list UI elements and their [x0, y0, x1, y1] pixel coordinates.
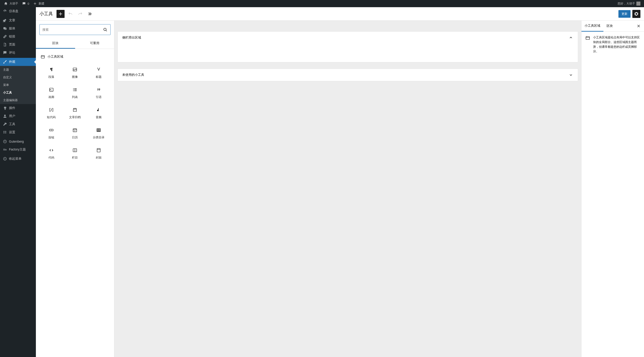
inserter-toggle-button[interactable] [56, 10, 64, 18]
sidebar-item-users[interactable]: 用户 [0, 112, 36, 120]
sidebar-item-gutenberg[interactable]: Gutenberg [0, 138, 36, 146]
sidebar-item-appearance[interactable]: 外观 [0, 58, 36, 66]
sidebar-item-links[interactable]: 链接 [0, 32, 36, 40]
sidebar-item-posts[interactable]: 文章 [0, 16, 36, 24]
link-icon [3, 34, 7, 39]
inserter-tabs: 区块 可重用 [36, 38, 114, 49]
block-item-audio[interactable]: 音频 [87, 103, 110, 123]
submenu-themes[interactable]: 主题 [0, 66, 36, 74]
code-icon [49, 148, 54, 153]
editor-header: 小工具 更新 [36, 7, 644, 21]
block-item-quote[interactable]: 引语 [87, 83, 110, 103]
list-view-button[interactable] [86, 10, 94, 18]
svg-point-5 [3, 140, 6, 143]
block-item-heading[interactable]: 标题 [87, 63, 110, 83]
svg-point-0 [4, 114, 6, 116]
new-link[interactable]: 新建 [31, 0, 46, 7]
sidebar-item-label: 仪表盘 [9, 9, 18, 13]
block-item-gallery[interactable]: 画廊 [40, 83, 63, 103]
widget-area-header-unused[interactable]: 未使用的小工具 [118, 69, 578, 81]
widget-area-panel: 侧栏滑出区域 [118, 32, 578, 62]
sidebar-item-label: 插件 [9, 106, 15, 110]
sidebar-item-label: 文章 [9, 18, 15, 22]
block-item-label: 图像 [72, 75, 78, 79]
tab-reusable[interactable]: 可重用 [75, 38, 114, 49]
redo-icon [78, 11, 83, 16]
settings-toggle-button[interactable] [632, 10, 640, 18]
undo-button[interactable] [66, 10, 74, 18]
block-item-button[interactable]: 按钮 [40, 123, 63, 144]
sidebar-item-plugins[interactable]: 插件 [0, 104, 36, 112]
sidebar-item-pages[interactable]: 页面 [0, 40, 36, 49]
block-item-label: 日历 [72, 136, 78, 140]
plugin-icon [3, 106, 7, 110]
sidebar-item-settings[interactable]: 设置 [0, 128, 36, 136]
dashboard-icon [3, 9, 7, 14]
widget-area-body[interactable] [118, 44, 578, 62]
gear-icon [634, 11, 639, 16]
submenu-theme-editor[interactable]: 主题编辑器 [0, 96, 36, 104]
redo-button[interactable] [76, 10, 84, 18]
new-label: 新建 [38, 2, 44, 6]
svg-rect-1 [3, 131, 4, 132]
wrench-icon [3, 122, 7, 126]
cover-icon [96, 148, 101, 153]
button-icon [49, 127, 54, 133]
submenu-widgets[interactable]: 小工具 [0, 89, 36, 96]
sidebar-item-factory[interactable]: Xin Factory主题 [0, 146, 36, 154]
pin-icon [3, 18, 7, 23]
submenu-menus[interactable]: 菜单 [0, 81, 36, 89]
brush-icon [3, 60, 7, 64]
collapse-icon [3, 156, 7, 161]
widget-area-header[interactable]: 侧栏滑出区域 [118, 32, 578, 44]
sidebar-item-label: 收起菜单 [9, 157, 22, 161]
sidebar-item-tools[interactable]: 工具 [0, 120, 36, 128]
user-icon [3, 114, 7, 118]
block-item-paragraph[interactable]: 段落 [40, 63, 63, 83]
block-item-list[interactable]: 列表 [63, 83, 87, 103]
tab-blocks[interactable]: 区块 [36, 38, 75, 49]
widget-area-icon [40, 54, 45, 59]
update-button[interactable]: 更新 [618, 10, 630, 18]
tab-block[interactable]: 区块 [604, 21, 616, 31]
site-name-link[interactable]: 大胡子 [2, 0, 20, 7]
block-item-label: 短代码 [47, 115, 56, 119]
block-item-categories[interactable]: 分类目录 [87, 123, 110, 144]
sidebar-item-label: 工具 [9, 122, 15, 126]
comments-link[interactable]: 0 [20, 0, 31, 7]
sidebar-item-label: 媒体 [9, 26, 15, 30]
block-item-label: 封面 [96, 156, 102, 160]
sidebar-item-comments[interactable]: 评论 [0, 49, 36, 57]
sidebar-item-dashboard[interactable]: 仪表盘 [0, 7, 36, 15]
settings-sidebar: 小工具区域 区块 小工具区域是站点布局中可以支持区块的全局部分。这些区域因主题而… [581, 21, 644, 357]
search-input[interactable] [42, 28, 103, 32]
sidebar-item-label: Gutenberg [9, 140, 24, 143]
block-item-cover[interactable]: 封面 [87, 144, 110, 164]
sidebar-item-media[interactable]: 媒体 [0, 24, 36, 32]
submenu-customize[interactable]: 自定义 [0, 74, 36, 81]
comment-icon [22, 1, 26, 6]
columns-icon [72, 148, 78, 153]
admin-bar: 大胡子 0 新建 您好，大胡子 [0, 0, 644, 7]
undo-icon [68, 11, 73, 16]
plus-icon [33, 1, 37, 6]
block-item-label: 列表 [72, 95, 78, 99]
media-icon [3, 26, 7, 31]
close-settings-button[interactable] [635, 22, 642, 30]
block-item-code[interactable]: 代码 [40, 144, 63, 164]
block-item-archives[interactable]: 文章归档 [63, 103, 87, 123]
block-item-image[interactable]: 图像 [63, 63, 87, 83]
block-item-calendar[interactable]: 日历 [63, 123, 87, 144]
sidebar-item-label: 评论 [9, 51, 15, 55]
sidebar-item-collapse[interactable]: 收起菜单 [0, 155, 36, 163]
user-greeting[interactable]: 您好，大胡子 [616, 0, 642, 7]
block-item-label: 文章归档 [69, 115, 81, 119]
block-item-label: 引语 [96, 95, 102, 99]
inserter-search [40, 24, 110, 35]
sidebar-item-label: 页面 [9, 42, 15, 47]
block-inserter-panel: 区块 可重用 小工具区域 段落图像标题画廊列表引语短代码文章归档音频按钮日历分类… [36, 21, 114, 357]
sidebar-item-label: Factory主题 [9, 148, 26, 152]
tab-widget-area[interactable]: 小工具区域 [582, 21, 604, 32]
block-item-shortcode[interactable]: 短代码 [40, 103, 63, 123]
block-item-columns[interactable]: 栏目 [63, 144, 87, 164]
